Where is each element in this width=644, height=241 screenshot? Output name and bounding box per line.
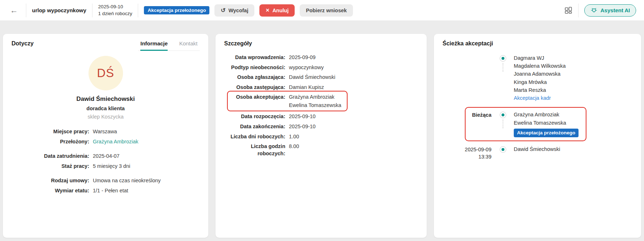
employee-card: Dotyczy Informacje Kontakt DŚ Dawid Śmie… bbox=[3, 34, 208, 238]
ai-assistant-label: Asystent AI bbox=[600, 7, 630, 13]
field-label: Osoba zastępująca: bbox=[224, 84, 285, 91]
field-label: Liczba dni roboczych: bbox=[224, 133, 285, 140]
field-label: Data rozpoczęcia: bbox=[224, 113, 285, 120]
divider bbox=[578, 4, 579, 17]
timeline-dot-icon bbox=[500, 146, 506, 153]
field-value: Warszawa bbox=[93, 128, 117, 135]
approval-path-title: Ścieżka akceptacji bbox=[443, 40, 632, 47]
close-icon: ✕ bbox=[266, 8, 269, 13]
step-label: Bieżąca bbox=[443, 111, 496, 119]
layout-grid-icon[interactable] bbox=[564, 6, 572, 14]
approver-name: Marta Reszka bbox=[514, 87, 566, 94]
field-row: Miejsce pracy: Warszawa bbox=[12, 128, 200, 135]
ai-assistant-button[interactable]: Asystent AI bbox=[584, 4, 636, 17]
step-label: 2025-09-09 13:39 bbox=[443, 146, 496, 160]
field-label: Osoba zgłaszająca: bbox=[224, 74, 285, 81]
employee-unit: sklep Koszycka bbox=[12, 114, 200, 120]
lightbulb-icon bbox=[590, 7, 598, 14]
approver-name: Grażyna Ambroziak bbox=[514, 111, 579, 119]
employee-name: Dawid Śmiechowski bbox=[12, 95, 200, 103]
field-row: Data zakończenia: 2025-09-10 bbox=[224, 123, 418, 130]
approver-name: Dagmara WJ bbox=[514, 55, 566, 62]
field-value: Dawid Śmiechowski bbox=[289, 74, 335, 81]
tab-informacje[interactable]: Informacje bbox=[140, 40, 168, 51]
field-value: Umowa na czas nieokreślony bbox=[93, 177, 161, 184]
field-value: 5 miesięcy 3 dni bbox=[93, 163, 130, 170]
employee-tabs: Informacje Kontakt bbox=[138, 40, 200, 51]
details-card: Szczegóły Data wprowadzenia: 2025-09-09 … bbox=[216, 34, 427, 238]
withdraw-button-label: Wycofaj bbox=[228, 8, 248, 13]
timeline-connector bbox=[503, 63, 503, 72]
approver-name: Kinga Mrówka bbox=[514, 79, 566, 86]
avatar: DŚ bbox=[89, 56, 123, 90]
approval-timeline: Dagmara WJ Magdalena Wilkowska Joanna Ad… bbox=[443, 55, 632, 160]
field-label: Przełożony: bbox=[12, 138, 89, 146]
approver-name: Ewelina Tomaszewska bbox=[514, 120, 579, 127]
field-row: Wymiar etatu: 1/1 - Pełen etat bbox=[12, 187, 200, 195]
step-date: 2025-09-09 bbox=[443, 146, 491, 153]
field-row: Liczba godzin roboczych: 8.00 bbox=[224, 143, 418, 157]
supervisor-link[interactable]: Grażyna Ambroziak bbox=[93, 138, 139, 146]
approval-path-card: Ścieżka akceptacji Dagmara WJ Magdalena … bbox=[434, 34, 641, 238]
divider bbox=[138, 4, 138, 17]
approval-step-current: Bieżąca Grażyna Ambroziak Ewelina Tomasz… bbox=[443, 111, 632, 137]
tab-kontakt[interactable]: Kontakt bbox=[179, 40, 198, 50]
field-label: Miejsce pracy: bbox=[12, 128, 89, 135]
approver-name: Dawid Śmiechowski bbox=[514, 146, 560, 153]
field-value: 2025-09-10 bbox=[289, 123, 316, 130]
main-content: Dotyczy Informacje Kontakt DŚ Dawid Śmie… bbox=[3, 34, 641, 238]
field-label: Data zatrudnienia: bbox=[12, 153, 89, 160]
field-value: 8.00 bbox=[289, 143, 299, 157]
download-request-label: Pobierz wniosek bbox=[306, 8, 347, 13]
timeline-connector bbox=[503, 120, 503, 128]
cancel-button-label: Anuluj bbox=[272, 8, 289, 13]
field-label: Data zakończenia: bbox=[224, 123, 285, 130]
field-label: Osoba akceptująca: bbox=[224, 94, 285, 109]
field-label: Liczba godzin roboczych: bbox=[224, 143, 285, 157]
divider bbox=[92, 4, 92, 17]
request-date-block: 2025-09-10 1 dzień roboczy bbox=[98, 4, 132, 17]
field-row: Przełożony: Grażyna Ambroziak bbox=[12, 138, 200, 146]
step-time: 13:39 bbox=[443, 153, 491, 160]
step-status-link[interactable]: Akceptacja kadr bbox=[514, 95, 566, 102]
details-card-title: Szczegóły bbox=[224, 40, 418, 47]
field-row: Data rozpoczęcia: 2025-09-10 bbox=[224, 113, 418, 120]
topbar: ← urlop wypoczynkowy 2025-09-10 1 dzień … bbox=[0, 0, 644, 21]
approver-name: Ewelina Tomaszewska bbox=[289, 102, 341, 109]
field-row: Osoba zastępująca: Damian Kupisz bbox=[224, 84, 418, 91]
employee-card-title: Dotyczy bbox=[12, 40, 33, 47]
field-row: Liczba dni roboczych: 1.00 bbox=[224, 133, 418, 140]
timeline-dot-icon bbox=[500, 55, 506, 62]
field-value: wypoczynkowy bbox=[289, 64, 324, 71]
field-value: Grażyna Ambroziak Ewelina Tomaszewska bbox=[289, 94, 341, 109]
back-arrow-icon[interactable]: ← bbox=[8, 6, 20, 15]
field-value: 1/1 - Pełen etat bbox=[93, 187, 128, 195]
status-badge: Akceptacja przełożonego bbox=[144, 6, 209, 14]
field-row: Rodzaj umowy: Umowa na czas nieokreślony bbox=[12, 177, 200, 184]
request-title: urlop wypoczynkowy bbox=[32, 7, 86, 13]
field-row: Osoba zgłaszająca: Dawid Śmiechowski bbox=[224, 74, 418, 81]
divider bbox=[26, 4, 26, 17]
field-label: Data wprowadzenia: bbox=[224, 54, 285, 61]
approval-step: 2025-09-09 13:39 Dawid Śmiechowski bbox=[443, 146, 632, 160]
employee-role: doradca klienta bbox=[12, 106, 200, 111]
approval-step: Dagmara WJ Magdalena Wilkowska Joanna Ad… bbox=[443, 55, 632, 103]
field-value: 1.00 bbox=[289, 133, 299, 140]
approver-name: Magdalena Wilkowska bbox=[514, 63, 566, 70]
field-value: 2025-09-10 bbox=[289, 113, 316, 120]
field-label: Rodzaj umowy: bbox=[12, 177, 89, 184]
field-row: Podtyp nieobecności: wypoczynkowy bbox=[224, 64, 418, 71]
request-duration: 1 dzień roboczy bbox=[98, 10, 132, 17]
approver-field-row: Osoba akceptująca: Grażyna Ambroziak Ewe… bbox=[224, 94, 418, 109]
field-value: Damian Kupisz bbox=[289, 84, 324, 91]
cancel-button[interactable]: ✕ Anuluj bbox=[259, 4, 295, 17]
field-row: Data wprowadzenia: 2025-09-09 bbox=[224, 54, 418, 61]
withdraw-button[interactable]: ↺ Wycofaj bbox=[214, 4, 254, 17]
step-status-badge: Akceptacja przełożonego bbox=[514, 129, 579, 137]
timeline-dot-icon bbox=[500, 112, 506, 118]
approver-name: Joanna Adamowska bbox=[514, 71, 566, 78]
field-label: Podtyp nieobecności: bbox=[224, 64, 285, 71]
download-request-button[interactable]: Pobierz wniosek bbox=[300, 4, 353, 17]
field-value: 2025-09-09 bbox=[289, 54, 316, 61]
field-label: Staż pracy: bbox=[12, 163, 89, 170]
